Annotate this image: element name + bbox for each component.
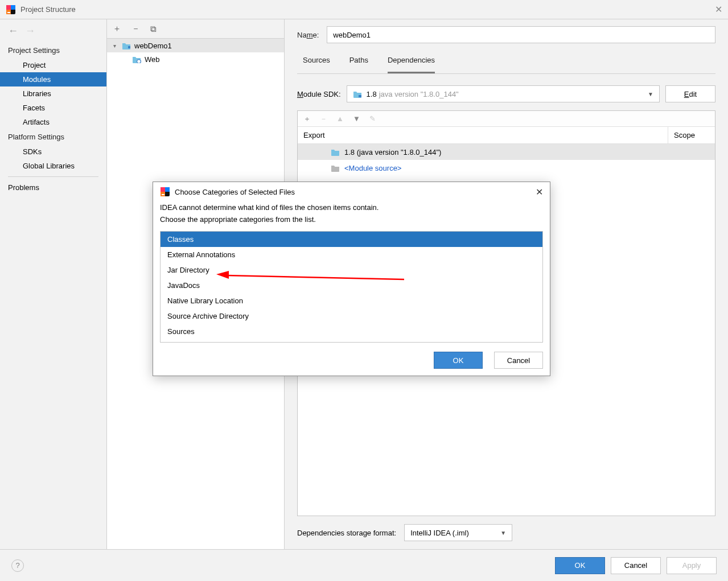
add-module-icon[interactable]: ＋ — [113, 23, 121, 34]
storage-format-label: Dependencies storage format: — [297, 529, 396, 537]
modal-ok-button[interactable]: OK — [434, 352, 483, 369]
forward-arrow-icon[interactable]: → — [25, 25, 35, 37]
sdk-folder-icon — [353, 90, 362, 98]
dep-row-label: <Module source> — [344, 164, 401, 172]
sidebar-section-project-settings: Project Settings — [0, 43, 106, 58]
category-jar-directory[interactable]: Jar Directory — [161, 262, 542, 278]
dep-row-module-source[interactable]: <Module source> — [298, 160, 715, 176]
apply-button[interactable]: Apply — [667, 557, 717, 574]
category-external-annotations[interactable]: External Annotations — [161, 247, 542, 262]
sidebar-item-facets[interactable]: Facets — [0, 101, 106, 115]
tab-sources[interactable]: Sources — [303, 56, 330, 73]
module-sdk-dropdown[interactable]: 1.8 java version "1.8.0_144" ▼ — [347, 85, 660, 102]
svg-rect-1 — [6, 5, 11, 10]
sidebar: ← → Project Settings Project Modules Lib… — [0, 19, 107, 549]
dialog-footer: ? OK Cancel Apply — [0, 549, 728, 581]
category-native-library[interactable]: Native Library Location — [161, 293, 542, 308]
module-tree-toolbar: ＋ － ⧉ — [107, 19, 284, 39]
modal-cancel-button[interactable]: Cancel — [494, 352, 543, 369]
storage-format-value: IntelliJ IDEA (.iml) — [410, 529, 469, 537]
ok-button[interactable]: OK — [555, 557, 605, 574]
dep-row-label: 1.8 (java version "1.8.0_144") — [344, 148, 441, 156]
category-source-archive[interactable]: Source Archive Directory — [161, 308, 542, 324]
cancel-button[interactable]: Cancel — [611, 557, 661, 574]
dep-remove-icon[interactable]: － — [320, 114, 327, 124]
module-name-input[interactable] — [327, 26, 715, 43]
modal-text-1: IDEA cannot determine what kind of files… — [160, 203, 543, 213]
modal-text-2: Choose the appropriate categories from t… — [160, 215, 543, 225]
dep-col-export: Export — [298, 127, 668, 143]
category-javadocs[interactable]: JavaDocs — [161, 278, 542, 293]
sdk-name: 1.8 — [367, 90, 377, 98]
sidebar-item-artifacts[interactable]: Artifacts — [0, 115, 106, 129]
window-close-icon[interactable]: ✕ — [715, 4, 722, 15]
choose-categories-dialog: Choose Categories of Selected Files ✕ ID… — [153, 182, 550, 376]
svg-rect-13 — [162, 194, 164, 195]
category-classes[interactable]: Classes — [161, 232, 542, 247]
sidebar-item-project[interactable]: Project — [0, 58, 106, 72]
dep-row-sdk[interactable]: 1.8 (java version "1.8.0_144") — [298, 144, 715, 160]
sidebar-item-libraries[interactable]: Libraries — [0, 86, 106, 101]
svg-rect-10 — [161, 187, 165, 192]
chevron-down-icon: ▼ — [500, 530, 506, 536]
sidebar-section-platform-settings: Platform Settings — [0, 129, 106, 145]
chevron-down-icon[interactable]: ▾ — [110, 43, 118, 49]
svg-rect-11 — [165, 187, 170, 192]
svg-rect-4 — [7, 12, 10, 13]
web-icon — [132, 56, 141, 63]
edit-sdk-button[interactable]: Edit — [665, 85, 715, 102]
svg-rect-5 — [128, 46, 130, 48]
storage-format-dropdown[interactable]: IntelliJ IDEA (.iml) ▼ — [404, 524, 512, 541]
dep-edit-icon[interactable]: ✎ — [369, 114, 376, 123]
modal-close-icon[interactable]: ✕ — [536, 187, 543, 197]
remove-module-icon[interactable]: － — [131, 23, 140, 34]
module-folder-icon — [122, 42, 131, 50]
name-label: Name: — [297, 31, 319, 39]
category-sources[interactable]: Sources — [161, 324, 542, 339]
tab-dependencies[interactable]: Dependencies — [388, 56, 435, 73]
module-tree-child[interactable]: Web — [107, 52, 284, 66]
copy-module-icon[interactable]: ⧉ — [150, 24, 157, 34]
dep-down-icon[interactable]: ▼ — [353, 114, 360, 123]
category-list: Classes External Annotations Jar Directo… — [160, 231, 543, 343]
sdk-folder-icon — [331, 149, 340, 156]
module-tabs: Sources Paths Dependencies — [297, 56, 715, 74]
window-titlebar: Project Structure ✕ — [0, 0, 728, 19]
help-icon[interactable]: ? — [11, 559, 24, 572]
dep-add-icon[interactable]: ＋ — [303, 114, 311, 124]
tab-paths[interactable]: Paths — [349, 56, 368, 73]
window-title: Project Structure — [20, 5, 76, 14]
module-sdk-label: Module SDK: — [297, 90, 341, 98]
svg-rect-2 — [11, 5, 15, 10]
module-tree-child-label: Web — [145, 55, 160, 64]
dep-col-scope: Scope — [668, 127, 715, 143]
intellij-icon — [160, 187, 170, 197]
sidebar-item-modules[interactable]: Modules — [0, 72, 106, 86]
sidebar-divider — [8, 176, 98, 177]
sdk-version: java version "1.8.0_144" — [379, 90, 459, 98]
chevron-down-icon: ▼ — [648, 91, 653, 97]
dep-up-icon[interactable]: ▲ — [336, 114, 344, 123]
module-tree-root-label: webDemo1 — [134, 42, 172, 50]
sidebar-item-global-libraries[interactable]: Global Libraries — [0, 159, 106, 173]
sidebar-item-sdks[interactable]: SDKs — [0, 145, 106, 159]
modal-title: Choose Categories of Selected Files — [175, 188, 295, 196]
sidebar-item-problems[interactable]: Problems — [0, 180, 106, 195]
module-tree-root[interactable]: ▾ webDemo1 — [107, 39, 284, 52]
back-arrow-icon[interactable]: ← — [8, 25, 18, 37]
intellij-icon — [6, 5, 16, 15]
source-folder-icon — [331, 164, 340, 172]
svg-rect-8 — [359, 95, 361, 97]
